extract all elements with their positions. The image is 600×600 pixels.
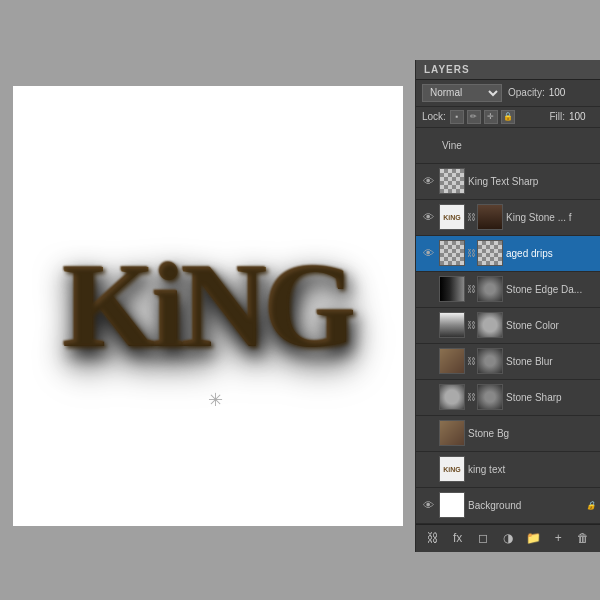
layer-eye-king-text-sharp[interactable]: 👁 xyxy=(420,173,436,189)
layer-eye-stone-edge-dark[interactable] xyxy=(420,281,436,297)
layer-thumb-img1-king-stone: KiNG xyxy=(439,204,465,230)
layer-thumb-img1-stone-sharp xyxy=(439,384,465,410)
canvas-inner: KiNG ✳ xyxy=(13,86,403,526)
layer-name-stone-blur: Stone Blur xyxy=(506,356,596,367)
layer-thumb-img-king-text: KiNG xyxy=(439,456,465,482)
layer-thumb-img2-stone-edge-dark xyxy=(477,276,503,302)
layer-link-king-stone: ⛓ xyxy=(466,204,476,230)
layer-link-stone-sharp: ⛓ xyxy=(466,384,476,410)
king-text-display: KiNG xyxy=(62,237,353,375)
layer-name-king-text-sharp: King Text Sharp xyxy=(468,176,596,187)
opacity-value: 100 xyxy=(549,87,574,98)
lock-transparent-icon[interactable]: ▪ xyxy=(450,110,464,124)
content-area: KiNG ✳ LAYERS Normal Multiply Screen Opa… xyxy=(0,60,600,552)
layer-item-stone-color[interactable]: ⛓ Stone Color xyxy=(416,308,600,344)
layer-name-vine: Vine xyxy=(442,140,596,151)
mask-button[interactable]: ◻ xyxy=(472,527,494,549)
layer-thumb-king-text-sharp xyxy=(439,168,465,194)
opacity-label: Opacity: xyxy=(508,87,545,98)
layer-thumb-img-king-text-sharp xyxy=(439,168,465,194)
layer-thumb-img2-stone-sharp xyxy=(477,384,503,410)
layers-title: LAYERS xyxy=(424,64,470,75)
layers-list: Vine 👁 King Text Sharp 👁 KiNG ⛓ xyxy=(416,128,600,524)
layer-eye-stone-bg[interactable] xyxy=(420,425,436,441)
layer-thumb-img1-aged-drips xyxy=(439,240,465,266)
bottom-bar xyxy=(0,552,600,600)
app-container: KiNG ✳ LAYERS Normal Multiply Screen Opa… xyxy=(0,0,600,600)
lock-icons: ▪ ✏ ✛ 🔒 xyxy=(450,110,515,124)
layer-thumb-stone-edge-dark: ⛓ xyxy=(439,276,503,302)
layer-thumb-stone-bg xyxy=(439,420,465,446)
layers-title-bar: LAYERS xyxy=(416,60,600,80)
fill-value: 100 xyxy=(569,111,594,122)
layer-locked-background: 🔒 xyxy=(586,501,596,510)
lock-all-icon[interactable]: 🔒 xyxy=(501,110,515,124)
layer-thumb-img2-stone-color xyxy=(477,312,503,338)
layer-eye-background[interactable]: 👁 xyxy=(420,497,436,513)
cursor-icon: ✳ xyxy=(208,389,223,411)
lock-pixels-icon[interactable]: ✏ xyxy=(467,110,481,124)
layer-name-stone-sharp: Stone Sharp xyxy=(506,392,596,403)
group-button[interactable]: 📁 xyxy=(522,527,544,549)
layer-thumb-img1-stone-color xyxy=(439,312,465,338)
layer-thumb-img1-stone-edge-dark xyxy=(439,276,465,302)
canvas-area: KiNG ✳ xyxy=(0,60,415,552)
layer-thumb-king-text: KiNG xyxy=(439,456,465,482)
layer-item-stone-sharp[interactable]: ⛓ Stone Sharp xyxy=(416,380,600,416)
adjustment-button[interactable]: ◑ xyxy=(497,527,519,549)
lock-label: Lock: xyxy=(422,111,446,122)
layer-thumb-background xyxy=(439,492,465,518)
layer-thumb-img1-stone-blur xyxy=(439,348,465,374)
layer-name-aged-drips: aged drips xyxy=(506,248,596,259)
lock-position-icon[interactable]: ✛ xyxy=(484,110,498,124)
lock-row: Lock: ▪ ✏ ✛ 🔒 Fill: 100 xyxy=(416,107,600,128)
layer-thumb-img-background xyxy=(439,492,465,518)
layer-eye-king-stone[interactable]: 👁 xyxy=(420,209,436,225)
layer-thumb-aged-drips: ⛓ xyxy=(439,240,503,266)
layer-name-king-text: king text xyxy=(468,464,596,475)
layer-thumb-stone-sharp: ⛓ xyxy=(439,384,503,410)
layer-item-king-text[interactable]: KiNG king text xyxy=(416,452,600,488)
layer-link-aged-drips: ⛓ xyxy=(466,240,476,266)
layer-eye-stone-color[interactable] xyxy=(420,317,436,333)
layer-name-background: Background xyxy=(468,500,583,511)
blend-opacity-row: Normal Multiply Screen Opacity: 100 xyxy=(416,80,600,107)
layer-item-aged-drips[interactable]: 👁 ⛓ aged drips xyxy=(416,236,600,272)
layer-name-stone-edge-dark: Stone Edge Da... xyxy=(506,284,596,295)
new-layer-button[interactable]: + xyxy=(547,527,569,549)
delete-layer-button[interactable]: 🗑 xyxy=(572,527,594,549)
layer-link-stone-blur: ⛓ xyxy=(466,348,476,374)
layer-item-vine[interactable]: Vine xyxy=(416,128,600,164)
layer-eye-king-text[interactable] xyxy=(420,461,436,477)
layer-thumb-img2-aged-drips xyxy=(477,240,503,266)
layer-thumb-stone-blur: ⛓ xyxy=(439,348,503,374)
layer-eye-stone-blur[interactable] xyxy=(420,353,436,369)
link-layers-button[interactable]: ⛓ xyxy=(422,527,444,549)
layer-link-stone-color: ⛓ xyxy=(466,312,476,338)
layer-item-background[interactable]: 👁 Background 🔒 xyxy=(416,488,600,524)
layer-thumb-king-stone: KiNG ⛓ xyxy=(439,204,503,230)
layer-item-king-text-sharp[interactable]: 👁 King Text Sharp xyxy=(416,164,600,200)
layer-thumb-img2-king-stone xyxy=(477,204,503,230)
layer-eye-aged-drips[interactable]: 👁 xyxy=(420,245,436,261)
layer-item-stone-edge-dark[interactable]: ⛓ Stone Edge Da... xyxy=(416,272,600,308)
layer-name-stone-bg: Stone Bg xyxy=(468,428,596,439)
layer-item-stone-blur[interactable]: ⛓ Stone Blur xyxy=(416,344,600,380)
layers-panel: LAYERS Normal Multiply Screen Opacity: 1… xyxy=(415,60,600,552)
layer-eye-vine[interactable] xyxy=(420,137,436,153)
layer-thumb-img2-stone-blur xyxy=(477,348,503,374)
fx-button[interactable]: fx xyxy=(447,527,469,549)
layer-link-stone-edge-dark: ⛓ xyxy=(466,276,476,302)
layer-thumb-img-stone-bg xyxy=(439,420,465,446)
fill-label: Fill: xyxy=(549,111,565,122)
layer-item-stone-bg[interactable]: Stone Bg xyxy=(416,416,600,452)
layer-name-king-stone: King Stone ... f xyxy=(506,212,596,223)
blend-mode-select[interactable]: Normal Multiply Screen xyxy=(422,84,502,102)
top-bar xyxy=(0,0,600,60)
layers-bottom-toolbar: ⛓ fx ◻ ◑ 📁 + 🗑 xyxy=(416,524,600,552)
layer-thumb-stone-color: ⛓ xyxy=(439,312,503,338)
layer-item-king-stone[interactable]: 👁 KiNG ⛓ King Stone ... f xyxy=(416,200,600,236)
layer-name-stone-color: Stone Color xyxy=(506,320,596,331)
layer-eye-stone-sharp[interactable] xyxy=(420,389,436,405)
